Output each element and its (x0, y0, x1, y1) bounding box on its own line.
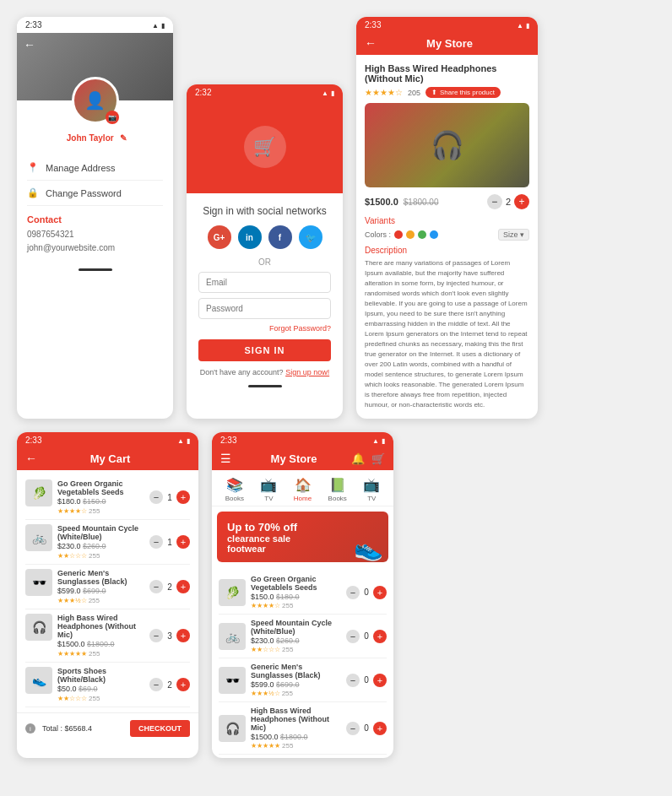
category-books-2[interactable]: 📗 Books (328, 477, 347, 502)
wifi-icon-cart (177, 436, 184, 445)
item-decrement-4[interactable]: − (149, 629, 163, 642)
item-increment-2[interactable]: + (176, 535, 190, 549)
store-item-info-2: Speed Mountain Cycle (White/Blue) $230.0… (251, 619, 341, 653)
item-image-2: 🚲 (25, 524, 52, 551)
item-decrement-1[interactable]: − (149, 490, 163, 504)
password-input[interactable] (198, 298, 331, 319)
item-decrement-3[interactable]: − (149, 580, 163, 593)
item-decrement-5[interactable]: − (149, 678, 163, 691)
battery-icon-store (382, 436, 385, 445)
item-info-1: Go Green Organic Vegetablels Seeds $180.… (57, 479, 144, 515)
product-image: 🎧 (365, 103, 529, 187)
item-rating-4: ★★★★★ 255 (57, 650, 144, 658)
item-name-2: Speed Mountain Cycle (White/Blue) (57, 524, 144, 541)
category-home[interactable]: 🏠 Home (294, 477, 312, 502)
color-orange[interactable] (406, 230, 415, 239)
item-rating-3: ★★★½☆ 255 (57, 597, 144, 604)
signin-button[interactable]: SIGN IN (198, 339, 331, 361)
linkedin-signin-button[interactable]: in (238, 225, 262, 249)
store-decrement-2[interactable]: − (346, 630, 360, 643)
forgot-password-link[interactable]: Forgot Password? (198, 324, 331, 333)
store-decrement-4[interactable]: − (346, 722, 360, 735)
decrement-button[interactable]: − (487, 194, 502, 209)
info-icon: i (25, 723, 35, 734)
store-header-icons: 🔔 🛒 (351, 452, 385, 465)
store-item-info-3: Generic Men's Sunglasses (Black) $599.0 … (251, 663, 341, 697)
back-button-product[interactable]: ← (365, 36, 377, 50)
category-books-1[interactable]: 📚 Books (225, 477, 244, 502)
lock-icon: 🔒 (27, 187, 39, 198)
bell-icon[interactable]: 🔔 (351, 452, 365, 465)
store-item: 🎧 High Bass Wired Headphones (Without Mi… (219, 702, 387, 755)
store-item-prices-2: $230.0 $260.0 (251, 636, 341, 645)
signup-link[interactable]: Sign up now! (285, 368, 329, 376)
cart-icon-store[interactable]: 🛒 (371, 452, 385, 465)
hamburger-icon[interactable]: ☰ (220, 452, 231, 465)
store-item-rating-3: ★★★½☆ 255 (251, 690, 341, 697)
status-bar-store: 2:33 (212, 432, 393, 448)
category-tv-2[interactable]: 📺 TV (363, 477, 380, 502)
item-info-4: High Bass Wired Headphones (Without Mic)… (57, 614, 144, 658)
signup-text: Don't have any account? Sign up now! (198, 368, 331, 376)
store-item-info-4: High Bass Wired Headphones (Without Mic)… (251, 707, 341, 750)
store-increment-1[interactable]: + (373, 586, 387, 599)
twitter-signin-button[interactable]: 🐦 (299, 225, 322, 249)
status-icons (152, 20, 165, 30)
item-increment-4[interactable]: + (176, 629, 190, 642)
item-qty-num-4: 3 (165, 631, 174, 641)
share-button[interactable]: ⬆ Share this product (425, 87, 501, 98)
increment-button[interactable]: + (514, 194, 529, 209)
item-decrement-2[interactable]: − (149, 535, 163, 549)
promo-banner: Up to 70% off clearance sale footwear 👟 (217, 512, 388, 562)
store-item: 🚲 Speed Mountain Cycle (White/Blue) $230… (219, 615, 387, 658)
color-red[interactable] (394, 230, 403, 239)
store-increment-4[interactable]: + (373, 722, 387, 735)
cart-item: 🕶️ Generic Men's Sunglasses (Black) $599… (25, 565, 190, 609)
description-text: There are many variations of passages of… (365, 258, 529, 410)
item-prices-1: $180.0 $150.0 (57, 497, 144, 506)
store-item-name-3: Generic Men's Sunglasses (Black) (251, 663, 341, 680)
store-increment-2[interactable]: + (373, 630, 387, 643)
profile-header: ← 👤 📷 (17, 33, 173, 100)
back-button-cart[interactable]: ← (25, 452, 37, 465)
back-button[interactable]: ← (24, 38, 35, 51)
store-item-image-2: 🚲 (219, 623, 246, 650)
categories-row: 📚 Books 📺 TV 🏠 Home 📗 Books 📺 TV (212, 470, 393, 506)
item-increment-1[interactable]: + (176, 490, 190, 504)
store-decrement-3[interactable]: − (346, 674, 360, 687)
cart-item: 🚲 Speed Mountain Cycle (White/Blue) $230… (25, 520, 190, 565)
manage-address-item[interactable]: 📍 Manage Address (27, 155, 163, 181)
email-input[interactable] (198, 272, 331, 293)
store-item-prices-1: $150.0 $180.0 (251, 593, 341, 601)
avatar-wrap: 👤 📷 (72, 77, 119, 124)
item-name-3: Generic Men's Sunglasses (Black) (57, 569, 144, 586)
edit-icon[interactable]: ✎ (120, 133, 127, 143)
store-qty-num-3: 0 (362, 675, 371, 685)
wifi-icon-product (517, 20, 523, 30)
size-dropdown[interactable]: Size ▾ (498, 229, 529, 241)
camera-icon[interactable]: 📷 (106, 111, 119, 124)
store-item-name-1: Go Green Organic Vegetablels Seeds (251, 575, 341, 592)
profile-name: John Taylor ✎ (27, 131, 163, 143)
category-tv-1[interactable]: 📺 TV (260, 477, 277, 502)
facebook-signin-button[interactable]: f (268, 225, 292, 249)
item-increment-5[interactable]: + (176, 678, 190, 691)
signin-header: 🛒 (187, 100, 343, 193)
google-signin-button[interactable]: G+ (208, 225, 231, 249)
email-address: john@yourwebsite.com (27, 241, 163, 255)
store-decrement-1[interactable]: − (346, 586, 360, 599)
item-increment-3[interactable]: + (176, 580, 190, 593)
product-rating-row: ★★★★☆ 205 ⬆ Share this product (365, 87, 529, 98)
store-title: My Store (383, 37, 516, 50)
item-prices-4: $1500.0 $1800.0 (57, 640, 144, 648)
store-items-list: 🥬 Go Green Organic Vegetablels Seeds $15… (212, 567, 393, 758)
color-blue[interactable] (430, 230, 438, 239)
quantity-display: 2 (506, 197, 511, 207)
color-green[interactable] (418, 230, 426, 239)
change-password-item[interactable]: 🔒 Change Password (27, 181, 163, 206)
store-increment-3[interactable]: + (373, 674, 387, 687)
cart-item: 👟 Sports Shoes (White/Black) $50.0 $69.0… (25, 663, 190, 707)
product-price-old: $1800.00 (404, 198, 439, 207)
checkout-button[interactable]: CHECKOUT (130, 720, 190, 737)
books-icon-2: 📗 (329, 477, 346, 493)
